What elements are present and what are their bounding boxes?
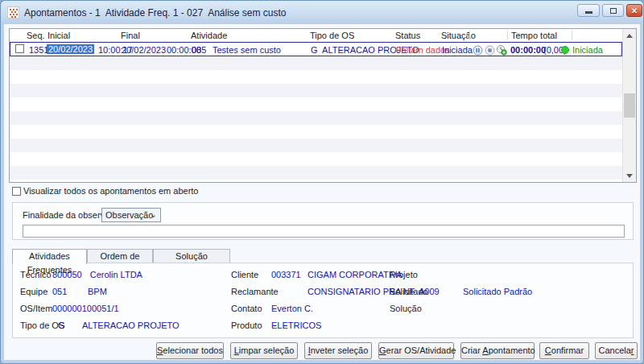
col-header-tipo-os[interactable]: Tipo de OS — [310, 31, 354, 40]
visualizar-todos-row: Visualizar todos os apontamentos em aber… — [12, 185, 198, 196]
app-window: Apontamentos - 1 Atividade Freq. 1 - 027… — [0, 0, 644, 364]
window-title: Apontamentos - 1 Atividade Freq. 1 - 027… — [24, 7, 287, 19]
produto-label: Produto — [231, 321, 262, 330]
cell-final-data: 20/02/2023 — [122, 45, 166, 55]
cell-situacao: Iniciada — [442, 45, 473, 55]
minimize-button[interactable] — [577, 4, 600, 17]
tipo-os-value: GALTERACAO PROJETO — [58, 321, 180, 330]
tipo-os-desc: ALTERACAO PROJETO — [82, 321, 180, 330]
field-row: OS/Item 000000100051/1 Contato Everton C… — [13, 304, 633, 315]
empty-rows — [10, 56, 622, 182]
close-button[interactable]: ✕ — [626, 4, 642, 17]
table-row[interactable]: 13517 20/02/2023 10:00:17 20/02/2023 00:… — [10, 42, 622, 56]
cliente-code: 003371 — [271, 270, 301, 279]
observacao-input[interactable] — [23, 225, 625, 238]
produto-code: ELETRICOS — [271, 321, 321, 330]
col-header-final[interactable]: Final — [121, 31, 140, 40]
visualizar-todos-label: Visualizar todos os apontamentos em aber… — [23, 186, 198, 196]
inverter-selecao-button[interactable]: Inveter seleção — [304, 342, 372, 359]
equipe-code: 051 — [52, 287, 80, 296]
close-icon: ✕ — [631, 6, 638, 15]
limpar-selecao-button[interactable]: Limpar seleção — [230, 342, 298, 359]
finalidade-dropdown[interactable]: Observação ⌄ — [101, 208, 161, 222]
field-row: Técnico 800050Cerolin LTDA Cliente 00337… — [13, 270, 633, 281]
tab-atividades-frequentes[interactable]: Atividades Frequentes — [12, 249, 87, 264]
maximize-button[interactable] — [602, 4, 624, 17]
projeto-value — [419, 270, 463, 279]
equipe-value: 051BPM — [52, 287, 107, 296]
selecionar-todos-button[interactable]: Selecionar todos — [156, 342, 224, 359]
col-header-inicial[interactable]: Inicial — [47, 31, 70, 40]
client-area: Seq. Inicial Final Atividade Tipo de OS … — [4, 24, 640, 360]
cell-estado: Iniciada — [572, 45, 603, 55]
header-separator — [572, 31, 572, 40]
cliente-desc: CIGAM CORPORATIVA — [308, 270, 402, 279]
action-button-row: Selecionar todos Limpar seleção Inveter … — [4, 342, 640, 359]
status-dot-icon — [561, 46, 569, 54]
finalidade-selected-value: Observação — [105, 210, 153, 220]
header-separator — [507, 31, 508, 40]
solucao-label: Solução — [390, 304, 422, 313]
col-header-seq[interactable]: Seq. — [27, 31, 45, 40]
produto-value: ELETRICOS — [271, 321, 328, 330]
apontamentos-grid: Seq. Inicial Final Atividade Tipo de OS … — [9, 28, 637, 183]
visualizar-todos-checkbox[interactable] — [12, 187, 21, 196]
tab-ordem-de-servico[interactable]: Ordem de Serviço — [87, 249, 153, 263]
scroll-up-icon[interactable] — [623, 29, 636, 42]
os-item-code: 000000100051/1 — [52, 304, 119, 313]
solicitado-code: A009 — [419, 287, 455, 296]
equipe-label: Equipe — [20, 287, 47, 296]
minimize-icon — [585, 11, 592, 14]
pause-icon[interactable] — [473, 44, 483, 55]
tecnico-desc: Cerolin LTDA — [90, 270, 142, 279]
cliente-label: Cliente — [231, 270, 258, 279]
contato-value: Everton C. — [271, 304, 320, 313]
grid-vertical-scrollbar[interactable] — [622, 29, 636, 182]
field-row: Equipe 051BPM Reclamante CONSIGNATARIO P… — [13, 287, 633, 298]
solucao-value — [419, 304, 463, 313]
solicitado-value: A009Solicitado Padrão — [419, 287, 532, 296]
gerar-os-atividade-button[interactable]: Gerar OS/Atividade — [378, 342, 454, 359]
chevron-down-icon: ⌄ — [150, 209, 157, 220]
field-row: Tipo de OS GALTERACAO PROJETO Produto EL… — [13, 321, 633, 332]
contato-code: Everton C. — [271, 304, 313, 313]
header-separator — [469, 31, 470, 40]
col-header-tempo-total[interactable]: Tempo total — [511, 31, 557, 40]
col-header-status[interactable]: Status — [395, 31, 420, 40]
cell-atividade-desc: Testes sem custo — [213, 45, 281, 55]
criar-apontamento-button[interactable]: Criar Apontamento — [460, 342, 535, 359]
os-item-label: OS/Item — [20, 304, 52, 313]
scroll-down-icon[interactable] — [623, 169, 636, 182]
equipe-desc: BPM — [88, 287, 107, 296]
cell-tempo-total: 00:00:00 — [510, 45, 546, 55]
solicitado-desc: Solicitado Padrão — [463, 287, 532, 296]
row-checkbox[interactable] — [15, 44, 24, 53]
cell-inicial-data-selected[interactable]: 20/02/2023 — [47, 44, 94, 54]
observacao-group: Finalidade da observação Observação ⌄ — [12, 202, 634, 240]
tab-solucao[interactable]: Solução — [153, 249, 230, 263]
os-item-value: 000000100051/1 — [52, 304, 127, 313]
cell-atividade-cod: 085 — [192, 45, 206, 55]
atividades-frequentes-panel: Técnico 800050Cerolin LTDA Cliente 00337… — [12, 263, 634, 338]
contato-label: Contato — [231, 304, 262, 313]
stop-icon[interactable] — [485, 44, 495, 55]
maximize-icon — [610, 8, 617, 14]
confirmar-button[interactable]: Confirmar — [539, 342, 589, 359]
col-header-atividade[interactable]: Atividade — [191, 31, 227, 40]
grid-header-row: Seq. Inicial Final Atividade Tipo de OS … — [10, 29, 622, 42]
projeto-label: Projeto — [390, 270, 418, 279]
cliente-value: 003371CIGAM CORPORATIVA — [271, 270, 402, 279]
tipo-os-code: G — [58, 321, 74, 330]
col-header-situacao[interactable]: Situação — [441, 31, 476, 40]
cancelar-button[interactable]: Cancelar — [595, 342, 638, 359]
title-bar[interactable]: Apontamentos - 1 Atividade Freq. 1 - 027… — [1, 1, 643, 24]
scrollbar-thumb[interactable] — [624, 93, 635, 118]
app-icon — [7, 6, 19, 19]
add-time-clock-icon[interactable] — [496, 44, 506, 55]
